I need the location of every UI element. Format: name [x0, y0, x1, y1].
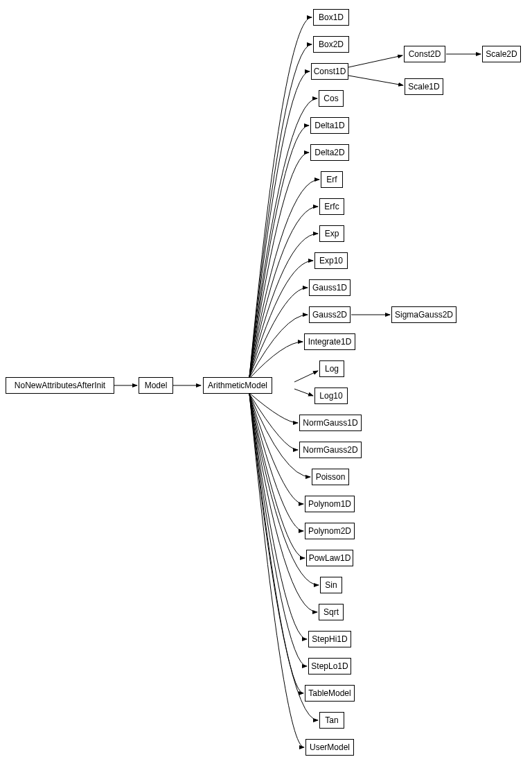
node-steplo1d[interactable]: StepLo1D [308, 658, 351, 674]
node-model[interactable]: Model [139, 377, 173, 394]
node-gauss1d[interactable]: Gauss1D [309, 279, 351, 296]
node-scale2d[interactable]: Scale2D [482, 46, 521, 62]
node-box1d[interactable]: Box1D [313, 9, 349, 26]
node-normgauss1d[interactable]: NormGauss1D [299, 415, 362, 431]
node-gauss2d[interactable]: Gauss2D [309, 306, 351, 323]
node-delta2d[interactable]: Delta2D [310, 144, 349, 161]
node-sqrt[interactable]: Sqrt [319, 604, 344, 620]
node-polynom1d[interactable]: Polynom1D [305, 496, 355, 512]
node-sigmagauss2d[interactable]: SigmaGauss2D [391, 306, 456, 323]
node-poisson[interactable]: Poisson [312, 469, 349, 485]
node-const2d[interactable]: Const2D [404, 46, 445, 62]
node-log10[interactable]: Log10 [314, 388, 348, 404]
node-const1d[interactable]: Const1D [311, 63, 348, 80]
node-usermodel[interactable]: UserModel [305, 739, 354, 756]
node-polynom2d[interactable]: Polynom2D [305, 523, 355, 539]
node-erfc[interactable]: Erfc [319, 198, 344, 215]
node-arithmeticmodel[interactable]: ArithmeticModel [203, 377, 272, 394]
node-sin[interactable]: Sin [320, 577, 342, 593]
node-tan[interactable]: Tan [319, 712, 344, 729]
node-log[interactable]: Log [319, 360, 344, 377]
node-box2d[interactable]: Box2D [313, 36, 349, 53]
node-integrate1d[interactable]: Integrate1D [304, 333, 355, 350]
node-exp10[interactable]: Exp10 [314, 252, 348, 269]
node-exp[interactable]: Exp [319, 225, 344, 242]
node-normgauss2d[interactable]: NormGauss2D [299, 442, 362, 458]
node-cos[interactable]: Cos [319, 90, 344, 107]
node-erf[interactable]: Erf [321, 171, 343, 188]
node-delta1d[interactable]: Delta1D [310, 117, 349, 134]
node-tablemodel[interactable]: TableModel [305, 685, 355, 702]
node-stephi1d[interactable]: StepHi1D [308, 631, 351, 647]
node-powlaw1d[interactable]: PowLaw1D [306, 550, 353, 566]
node-nonewattributesafterinit[interactable]: NoNewAttributesAfterInit [6, 377, 114, 394]
node-scale1d[interactable]: Scale1D [405, 78, 443, 95]
